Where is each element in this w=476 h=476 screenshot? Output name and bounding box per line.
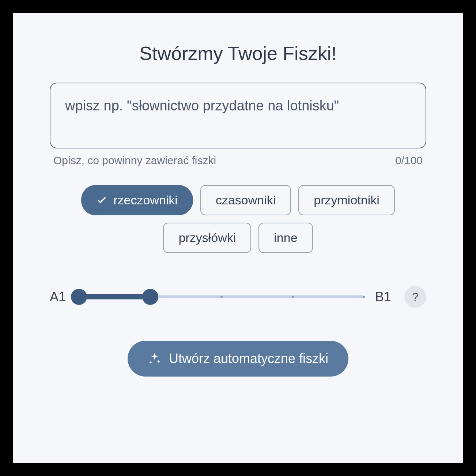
chip-przyslowki[interactable]: przysłówki (163, 223, 251, 253)
chip-czasowniki[interactable]: czasowniki (200, 185, 291, 215)
check-icon (97, 195, 107, 205)
page-title: Stwórzmy Twoje Fiszki! (139, 42, 336, 64)
create-button-label: Utwórz automatyczne fiszki (169, 351, 328, 366)
level-range-slider[interactable] (79, 288, 364, 306)
slider-tick (363, 296, 365, 298)
chip-label: inne (274, 231, 297, 245)
slider-thumb-min[interactable] (71, 289, 87, 305)
slider-fill (79, 294, 150, 299)
slider-tick (292, 296, 294, 298)
chip-rzeczowniki[interactable]: rzeczowniki (81, 185, 193, 215)
slider-max-label: B1 (375, 289, 393, 305)
input-helper-text: Opisz, co powinny zawierać fiszki (53, 154, 216, 167)
slider-min-label: A1 (50, 289, 68, 305)
input-meta-row: Opisz, co powinny zawierać fiszki 0/100 (50, 150, 426, 167)
chip-label: przysłówki (178, 231, 236, 245)
description-input-wrapper: Opisz, co powinny zawierać fiszki 0/100 (50, 83, 426, 167)
chip-przymiotniki[interactable]: przymiotniki (298, 185, 394, 215)
input-char-counter: 0/100 (395, 154, 423, 167)
level-slider-row: A1 B1 ? (50, 286, 426, 308)
flashcard-creator-card: Stwórzmy Twoje Fiszki! Opisz, co powinny… (13, 13, 463, 463)
chip-label: rzeczowniki (113, 193, 178, 207)
slider-tick (220, 296, 223, 298)
chip-label: przymiotniki (314, 193, 379, 207)
question-mark-icon: ? (412, 290, 419, 304)
description-input[interactable] (50, 83, 426, 148)
slider-thumb-max[interactable] (142, 289, 158, 305)
word-type-chips: rzeczowniki czasowniki przymiotniki przy… (73, 185, 403, 253)
create-flashcards-button[interactable]: Utwórz automatyczne fiszki (128, 341, 348, 377)
chip-label: czasowniki (216, 193, 276, 207)
chip-inne[interactable]: inne (258, 223, 313, 253)
sparkle-icon (148, 352, 162, 366)
help-button[interactable]: ? (404, 286, 426, 308)
